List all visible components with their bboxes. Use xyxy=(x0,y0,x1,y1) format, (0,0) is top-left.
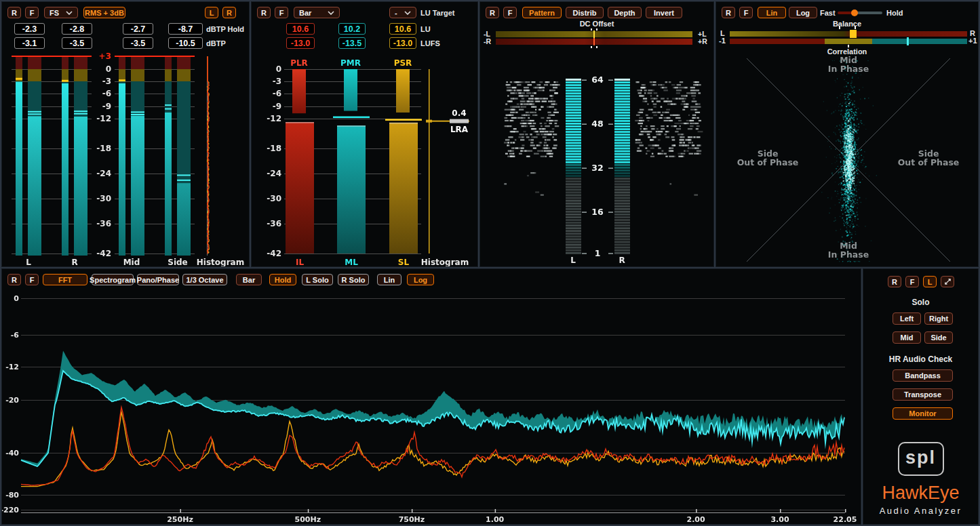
lu-target-value: - xyxy=(395,9,397,17)
brand-subtitle: Audio Analyzer xyxy=(863,506,978,516)
correlation-min-label: -1 xyxy=(719,37,726,45)
dbtp-hold-mid: -2.7 xyxy=(123,23,153,35)
freeze-button[interactable]: F xyxy=(905,276,919,287)
il-value: -13.0 xyxy=(286,37,315,49)
bandpass-button[interactable]: Bandpass xyxy=(893,369,953,382)
response-slider-knob[interactable] xyxy=(851,9,858,16)
correlation-zone-mid xyxy=(825,39,872,44)
dc-r-max-label: +R xyxy=(698,37,707,45)
balance-tick xyxy=(839,26,840,29)
spectrum-canvas xyxy=(2,269,861,524)
rms-offset-button[interactable]: RMS + 3dB xyxy=(83,7,125,18)
app-root: R F FS RMS + 3dB L R -2.3 -2.8 -2.7 -8.7… xyxy=(0,0,980,526)
lu-target-select[interactable]: - xyxy=(389,7,416,18)
pmr-value: 10.2 xyxy=(338,23,366,35)
dc-r-min-label: -R xyxy=(484,37,491,45)
plr-value: 10.6 xyxy=(286,23,315,35)
lu-target-label: LU Target xyxy=(420,9,455,17)
invert-button[interactable]: Invert xyxy=(646,7,682,18)
loudness-mode-value: Bar xyxy=(299,9,311,17)
psr-value: 10.6 xyxy=(389,23,416,35)
dbtp-mid: -3.5 xyxy=(123,37,153,49)
balance-tick xyxy=(855,26,856,29)
dbtp-hold-label: dBTP Hold xyxy=(206,25,244,33)
dbtp-r: -3.5 xyxy=(62,37,92,49)
hold-label: Hold xyxy=(886,9,903,17)
balance-marker xyxy=(850,30,857,38)
panel-level-meters: R F FS RMS + 3dB L R -2.3 -2.8 -2.7 -8.7… xyxy=(1,1,250,267)
freeze-button[interactable]: F xyxy=(739,7,753,18)
correlation-marker xyxy=(907,37,909,45)
goniometer-canvas xyxy=(716,55,978,266)
dc-center-tick xyxy=(596,46,597,48)
panel-sidebar: R F L Solo Left Right Mid Side HR Audio … xyxy=(863,268,979,525)
solo-right-button[interactable]: Right xyxy=(924,312,953,325)
chevron-down-icon xyxy=(328,11,334,15)
sl-value: -13.0 xyxy=(389,37,416,49)
chevron-down-icon xyxy=(404,11,411,15)
meter-mode-value: FS xyxy=(50,9,59,17)
freeze-button[interactable]: F xyxy=(25,7,39,18)
reset-button[interactable]: R xyxy=(888,276,901,287)
loudness-mode-select[interactable]: Bar xyxy=(294,7,340,18)
balance-title: Balance xyxy=(716,20,978,28)
solo-title: Solo xyxy=(863,298,978,307)
correlation-max-label: +1 xyxy=(968,37,977,45)
ml-value: -13.5 xyxy=(338,37,366,49)
brand-name: HawkEye xyxy=(863,483,978,504)
expand-button[interactable] xyxy=(941,276,954,287)
depth-button[interactable]: Depth xyxy=(608,7,642,18)
panel-bit-meter: R F Pattern Distrib Depth Invert DC Offs… xyxy=(479,1,714,267)
left-solo-button[interactable]: L xyxy=(205,7,218,18)
l-button[interactable]: L xyxy=(923,276,937,287)
dbtp-hold-side: -8.7 xyxy=(168,23,203,35)
freeze-button[interactable]: F xyxy=(503,7,517,18)
dc-offset-marker-right xyxy=(593,38,595,45)
reset-button[interactable]: R xyxy=(7,7,21,18)
dc-center-tick xyxy=(591,46,592,48)
dc-offset-title: DC Offset xyxy=(480,20,713,28)
loudness-canvas xyxy=(252,52,477,266)
panel-loudness: R F Bar - LU Target 10.6 10.2 10.6 LU -1… xyxy=(251,1,478,267)
dc-offset-marker-left xyxy=(593,31,595,38)
chevron-down-icon xyxy=(66,11,73,15)
dbtp-hold-l: -2.3 xyxy=(14,23,45,35)
bit-meter-canvas xyxy=(480,52,713,266)
right-solo-button[interactable]: R xyxy=(222,7,236,18)
pattern-button[interactable]: Pattern xyxy=(522,7,562,18)
correlation-bar xyxy=(730,39,967,44)
panel-spectrum: R F FFT Spectrogram Pano/Phase 1/3 Octav… xyxy=(1,268,861,525)
spl-logo-box: spl xyxy=(898,442,944,476)
dbtp-label: dBTP xyxy=(206,39,226,47)
fast-label: Fast xyxy=(820,9,836,17)
dbtp-side: -10.5 xyxy=(168,37,203,49)
solo-side-button[interactable]: Side xyxy=(924,331,953,344)
balance-bar xyxy=(730,31,967,37)
solo-left-button[interactable]: Left xyxy=(893,312,921,325)
lu-label: LU xyxy=(420,25,431,33)
level-meters-canvas xyxy=(2,52,249,266)
response-slider-track[interactable] xyxy=(838,12,882,14)
reset-button[interactable]: R xyxy=(257,7,271,18)
reset-button[interactable]: R xyxy=(486,7,499,18)
reset-button[interactable]: R xyxy=(722,7,735,18)
dbtp-l: -3.1 xyxy=(14,37,45,49)
transpose-button[interactable]: Transpose xyxy=(893,388,953,401)
solo-mid-button[interactable]: Mid xyxy=(893,331,921,344)
monitor-button[interactable]: Monitor xyxy=(893,407,953,420)
hr-audio-check-title: HR Audio Check xyxy=(863,355,978,364)
lin-button[interactable]: Lin xyxy=(758,7,786,18)
dbtp-hold-r: -2.8 xyxy=(62,23,92,35)
dc-center-tick xyxy=(596,28,597,31)
distrib-button[interactable]: Distrib xyxy=(566,7,604,18)
log-button[interactable]: Log xyxy=(789,7,817,18)
dc-center-tick xyxy=(591,28,592,31)
meter-mode-select[interactable]: FS xyxy=(44,7,78,18)
lufs-label: LUFS xyxy=(420,39,440,47)
spl-logo-text: spl xyxy=(905,447,936,468)
spl-logo: spl xyxy=(863,442,978,476)
correlation-zone-positive xyxy=(872,39,967,44)
freeze-button[interactable]: F xyxy=(275,7,288,18)
correlation-zone-negative xyxy=(730,39,825,44)
panel-goniometer: R F Lin Log Fast Hold Balance L R -1 +1 … xyxy=(716,1,979,267)
